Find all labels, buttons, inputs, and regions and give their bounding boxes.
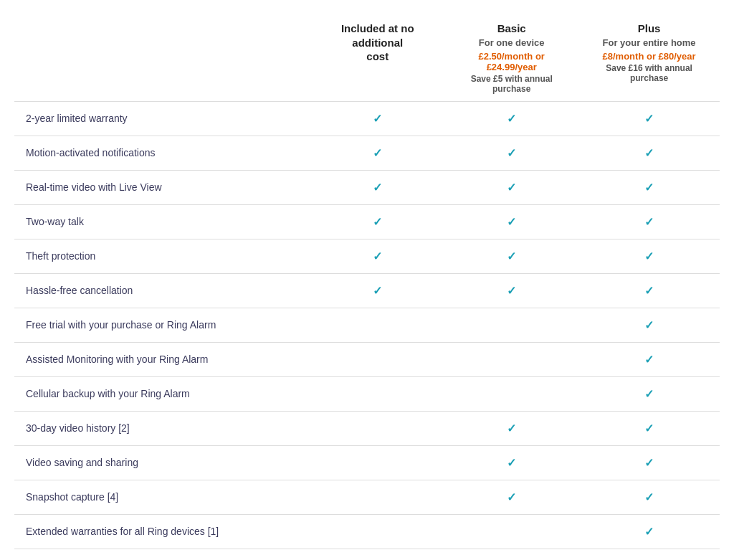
checkmark-icon: ✓ xyxy=(644,388,654,400)
plus-check: ✓ xyxy=(578,342,720,376)
col-header-included: Included at no additional cost xyxy=(310,14,444,101)
table-row: Assisted Monitoring with your Ring Alarm… xyxy=(14,342,720,376)
checkmark-icon: ✓ xyxy=(644,491,654,503)
table-row: Hassle-free cancellation✓✓✓ xyxy=(14,273,720,308)
plus-check: ✓ xyxy=(578,101,720,136)
plus-title: Plus xyxy=(590,22,708,36)
comparison-table: Included at no additional cost Basic For… xyxy=(14,14,720,560)
included-check xyxy=(310,514,444,549)
feature-label: 10% off products at Ring.com [3] xyxy=(14,549,310,560)
plus-check: ✓ xyxy=(578,308,720,342)
table-row: Theft protection✓✓✓ xyxy=(14,239,720,273)
col-header-empty xyxy=(14,14,310,101)
feature-label: 2-year limited warranty xyxy=(14,101,310,136)
table-row: Cellular backup with your Ring Alarm✓ xyxy=(14,376,720,411)
checkmark-icon: ✓ xyxy=(644,181,654,194)
plus-check: ✓ xyxy=(578,514,720,549)
page-container: Included at no additional cost Basic For… xyxy=(0,0,734,560)
plus-check: ✓ xyxy=(578,204,720,239)
feature-label: Motion-activated notifications xyxy=(14,136,310,170)
checkmark-icon: ✓ xyxy=(644,457,654,469)
included-title-line2: cost xyxy=(366,50,389,62)
basic-check: ✓ xyxy=(444,170,578,204)
table-row: Free trial with your purchase or Ring Al… xyxy=(14,308,720,342)
basic-check: ✓ xyxy=(444,136,578,170)
checkmark-icon: ✓ xyxy=(373,216,382,228)
basic-check: ✓ xyxy=(444,411,578,445)
plus-subtitle: For your entire home xyxy=(590,37,708,48)
table-row: 2-year limited warranty✓✓✓ xyxy=(14,101,720,136)
basic-title: Basic xyxy=(456,22,567,36)
basic-subtitle: For one device xyxy=(456,37,567,48)
included-check: ✓ xyxy=(310,273,444,308)
feature-label: Assisted Monitoring with your Ring Alarm xyxy=(14,342,310,376)
plus-check: ✓ xyxy=(578,480,720,514)
included-check: ✓ xyxy=(310,170,444,204)
plus-check: ✓ xyxy=(578,445,720,480)
basic-check xyxy=(444,376,578,411)
checkmark-icon: ✓ xyxy=(644,216,654,228)
checkmark-icon: ✓ xyxy=(373,181,382,194)
included-check xyxy=(310,445,444,480)
included-check: ✓ xyxy=(310,204,444,239)
table-row: 30-day video history [2]✓✓ xyxy=(14,411,720,445)
checkmark-icon: ✓ xyxy=(507,491,516,503)
basic-check: ✓ xyxy=(444,101,578,136)
checkmark-icon: ✓ xyxy=(373,285,382,297)
feature-label: 30-day video history [2] xyxy=(14,411,310,445)
basic-save: Save £5 with annual purchase xyxy=(456,74,567,94)
table-row: Two-way talk✓✓✓ xyxy=(14,204,720,239)
included-check: ✓ xyxy=(310,101,444,136)
included-check: ✓ xyxy=(310,136,444,170)
plus-check: ✓ xyxy=(578,273,720,308)
plus-check: ✓ xyxy=(578,136,720,170)
basic-check xyxy=(444,549,578,560)
plus-check: ✓ xyxy=(578,170,720,204)
table-row: Motion-activated notifications✓✓✓ xyxy=(14,136,720,170)
checkmark-icon: ✓ xyxy=(507,147,516,159)
checkmark-icon: ✓ xyxy=(644,285,654,297)
feature-label: Snapshot capture [4] xyxy=(14,480,310,514)
checkmark-icon: ✓ xyxy=(644,526,654,538)
checkmark-icon: ✓ xyxy=(644,147,654,159)
checkmark-icon: ✓ xyxy=(373,250,382,262)
plus-save: Save £16 with annual purchase xyxy=(590,63,708,83)
included-check xyxy=(310,376,444,411)
checkmark-icon: ✓ xyxy=(644,353,654,366)
checkmark-icon: ✓ xyxy=(644,422,654,435)
included-check xyxy=(310,308,444,342)
checkmark-icon: ✓ xyxy=(507,457,516,469)
feature-label: Theft protection xyxy=(14,239,310,273)
table-row: Video saving and sharing✓✓ xyxy=(14,445,720,480)
checkmark-icon: ✓ xyxy=(644,319,654,331)
basic-price: £2.50/month or £24.99/year xyxy=(456,51,567,72)
feature-label: Video saving and sharing xyxy=(14,445,310,480)
checkmark-icon: ✓ xyxy=(507,422,516,435)
basic-check: ✓ xyxy=(444,239,578,273)
included-title-line1: Included at no additional xyxy=(341,22,414,49)
checkmark-icon: ✓ xyxy=(644,250,654,262)
basic-check: ✓ xyxy=(444,204,578,239)
basic-check: ✓ xyxy=(444,480,578,514)
table-row: Snapshot capture [4]✓✓ xyxy=(14,480,720,514)
basic-check: ✓ xyxy=(444,445,578,480)
plus-check: ✓ xyxy=(578,376,720,411)
table-row: Real-time video with Live View✓✓✓ xyxy=(14,170,720,204)
basic-check xyxy=(444,514,578,549)
basic-check xyxy=(444,342,578,376)
plus-check: ✓ xyxy=(578,239,720,273)
feature-label: Free trial with your purchase or Ring Al… xyxy=(14,308,310,342)
feature-label: Hassle-free cancellation xyxy=(14,273,310,308)
included-check xyxy=(310,411,444,445)
plus-check: ✓ xyxy=(578,549,720,560)
included-check: ✓ xyxy=(310,239,444,273)
basic-check: ✓ xyxy=(444,273,578,308)
basic-check xyxy=(444,308,578,342)
included-check xyxy=(310,480,444,514)
checkmark-icon: ✓ xyxy=(373,147,382,159)
checkmark-icon: ✓ xyxy=(644,113,654,125)
checkmark-icon: ✓ xyxy=(507,181,516,194)
feature-label: Cellular backup with your Ring Alarm xyxy=(14,376,310,411)
col-header-plus: Plus For your entire home £8/month or £8… xyxy=(578,14,720,101)
feature-label: Extended warranties for all Ring devices… xyxy=(14,514,310,549)
